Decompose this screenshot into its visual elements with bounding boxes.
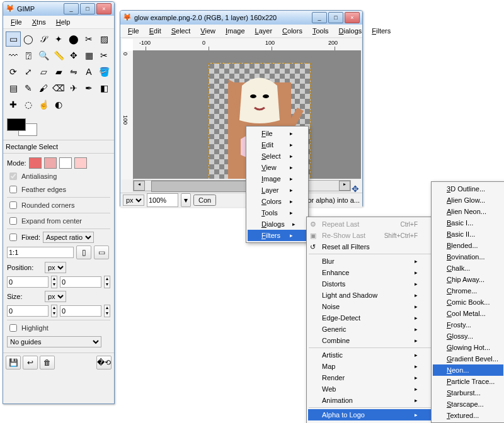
delete-options-icon[interactable]: 🗑	[40, 356, 55, 369]
airbrush-tool[interactable]: ✈	[66, 81, 81, 96]
fixed-checkbox[interactable]	[9, 234, 17, 241]
ctx-edit[interactable]: Edit▸	[248, 139, 307, 150]
filters-artistic[interactable]: Artistic▸	[308, 349, 432, 361]
pos-y-spin[interactable]: ▴▾	[104, 276, 110, 288]
menu-help[interactable]: Help	[51, 17, 76, 27]
fixed-select[interactable]: Aspect ratio	[43, 232, 94, 243]
alpha-gradient-bevel[interactable]: Gradient Bevel...	[433, 353, 503, 364]
mode-add[interactable]	[44, 157, 57, 169]
menu-edit[interactable]: Edit	[144, 26, 166, 36]
scale-tool[interactable]: ⤢	[21, 64, 36, 79]
menu-image[interactable]: Image	[220, 26, 250, 36]
menu-file[interactable]: File	[6, 17, 27, 27]
measure-tool[interactable]: 📏	[51, 48, 66, 63]
ctx-dialogs[interactable]: Dialogs▸	[248, 218, 307, 230]
rotate-tool[interactable]: ⟳	[6, 64, 21, 79]
size-h-input[interactable]	[60, 305, 101, 317]
filters-reset-all-filters[interactable]: ↺Reset all Filters	[308, 241, 432, 252]
filters-edge-detect[interactable]: Edge-Detect▸	[308, 312, 432, 324]
zoom-input[interactable]	[147, 193, 178, 207]
ctx-image[interactable]: Image▸	[248, 173, 307, 184]
ellipse-select-tool[interactable]: ◯	[21, 31, 36, 47]
filters-combine[interactable]: Combine▸	[308, 335, 432, 346]
alpha-frosty[interactable]: Frosty...	[433, 319, 503, 330]
reset-options-icon[interactable]: �⟲	[96, 356, 112, 369]
titlebar[interactable]: 🦊 glow example.png-2.0 (RGB, 1 layer) 16…	[120, 11, 362, 25]
move-tool[interactable]: ✥	[66, 48, 81, 63]
flip-tool[interactable]: ⇋	[66, 64, 81, 79]
pos-x-input[interactable]	[7, 276, 49, 288]
alpha-bovination[interactable]: Bovination...	[433, 251, 503, 262]
mode-intersect[interactable]	[74, 157, 87, 169]
ctx-filters[interactable]: Filters▸	[248, 230, 307, 241]
dodge-tool[interactable]: ◐	[51, 97, 66, 112]
pos-y-input[interactable]	[60, 276, 101, 288]
ruler-vertical[interactable]: 0100	[122, 51, 134, 179]
rounded-checkbox[interactable]	[9, 201, 17, 209]
filters-web[interactable]: Web▸	[308, 383, 432, 395]
mode-replace[interactable]	[29, 157, 42, 169]
ctx-view[interactable]: View▸	[248, 162, 307, 173]
text-tool[interactable]: A	[81, 64, 96, 79]
guides-select[interactable]: No guides	[7, 336, 101, 347]
by-color-select-tool[interactable]: ⬤	[66, 31, 81, 47]
ink-tool[interactable]: ✒	[81, 81, 96, 96]
menu-layer[interactable]: Layer	[250, 26, 278, 36]
alpha-blended[interactable]: Blended...	[433, 240, 503, 251]
filters-enhance[interactable]: Enhance▸	[308, 267, 432, 278]
alpha-particle-trace[interactable]: Particle Trace...	[433, 376, 503, 387]
scrollbar-horizontal[interactable]: ◂ ▸	[133, 180, 351, 191]
alpha-starburst[interactable]: Starburst...	[433, 387, 503, 398]
alpha-glossy[interactable]: Glossy...	[433, 330, 503, 342]
ratio-input[interactable]	[7, 247, 74, 258]
filters-map[interactable]: Map▸	[308, 361, 432, 372]
filters-decor[interactable]: Decor▸	[308, 420, 432, 423]
alpha-alien-glow[interactable]: Alien Glow...	[433, 195, 503, 206]
size-unit-select[interactable]: px	[45, 291, 66, 302]
restore-options-icon[interactable]: ↩	[23, 356, 38, 369]
menu-dialogs[interactable]: Dialogs	[334, 26, 367, 36]
save-options-icon[interactable]: 💾	[6, 356, 21, 369]
highlight-checkbox[interactable]	[9, 324, 17, 332]
menu-view[interactable]: View	[195, 26, 220, 36]
menu-file[interactable]: File	[123, 26, 144, 36]
ctx-file[interactable]: File▸	[248, 128, 307, 139]
heal-tool[interactable]: ✚	[6, 97, 21, 112]
paths-tool[interactable]: 〰	[6, 48, 21, 63]
color-picker-tool[interactable]: ⍰	[21, 48, 36, 63]
maximize-button[interactable]: □	[80, 3, 95, 14]
zoom-tool[interactable]: 🔍	[36, 48, 51, 63]
alpha-comic-book[interactable]: Comic Book...	[433, 296, 503, 308]
alpha-basic-ii[interactable]: Basic II...	[433, 228, 503, 240]
menu-select[interactable]: Select	[166, 26, 196, 36]
blend-tool[interactable]: ▤	[6, 81, 21, 96]
feather-checkbox[interactable]	[9, 186, 17, 193]
filters-light-and-shadow[interactable]: Light and Shadow▸	[308, 290, 432, 301]
alpha-starscape[interactable]: Starscape...	[433, 398, 503, 410]
alpha-chrome[interactable]: Chrome...	[433, 285, 503, 296]
foreground-select-tool[interactable]: ▨	[96, 31, 112, 47]
minimize-button[interactable]: _	[312, 12, 327, 23]
bucket-fill-tool[interactable]: 🪣	[96, 64, 112, 79]
shear-tool[interactable]: ▱	[36, 64, 51, 79]
position-unit-select[interactable]: px	[45, 262, 66, 273]
align-tool[interactable]: ▦	[81, 48, 96, 63]
fg-color[interactable]	[7, 118, 26, 131]
status-button[interactable]: Con	[193, 195, 216, 206]
alpha-glowing-hot[interactable]: Glowing Hot...	[433, 342, 503, 353]
scroll-left-icon[interactable]: ◂	[134, 181, 145, 191]
free-select-tool[interactable]: 𝒮	[36, 31, 51, 47]
crop-tool[interactable]: ✂	[96, 48, 112, 63]
navigation-icon[interactable]: ✥	[351, 184, 360, 193]
mode-subtract[interactable]	[59, 157, 72, 169]
color-selector[interactable]	[7, 118, 37, 136]
filters-render[interactable]: Render▸	[308, 372, 432, 383]
size-w-input[interactable]	[7, 305, 49, 317]
menu-xtns[interactable]: Xtns	[27, 17, 51, 27]
scroll-right-icon[interactable]: ▸	[339, 181, 350, 191]
size-w-spin[interactable]: ▴▾	[51, 305, 57, 317]
ctx-tools[interactable]: Tools▸	[248, 207, 307, 218]
filters-generic[interactable]: Generic▸	[308, 324, 432, 335]
alpha-basic-i[interactable]: Basic I...	[433, 217, 503, 228]
close-button[interactable]: ×	[96, 3, 112, 14]
